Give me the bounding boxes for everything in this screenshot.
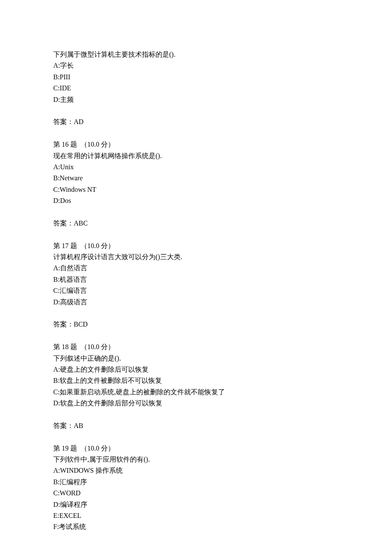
answer: 答案：AD — [53, 116, 339, 127]
question-stem: 下列软件中,属于应用软件的有(). — [53, 454, 339, 465]
question-stem: 计算机程序设计语言大致可以分为()三大类. — [53, 251, 339, 263]
question-stem: 下列叙述中正确的是(). — [53, 353, 339, 364]
option-c: C:WORD — [53, 488, 339, 499]
question-18: 第 18 题 （10.0 分） 下列叙述中正确的是(). A:硬盘上的文件删除后… — [53, 341, 339, 431]
spacer — [53, 330, 339, 341]
option-c: C:IDE — [53, 83, 339, 94]
question-19: 第 19 题 （10.0 分） 下列软件中,属于应用软件的有(). A:WIND… — [53, 443, 339, 533]
answer: 答案：ABC — [53, 218, 339, 229]
question-16: 第 16 题 （10.0 分） 现在常用的计算机网络操作系统是(). A:Uni… — [53, 139, 339, 229]
question-header: 第 19 题 （10.0 分） — [53, 443, 339, 454]
option-d: D:Dos — [53, 195, 339, 206]
answer: 答案：BCD — [53, 319, 339, 330]
spacer — [53, 229, 339, 240]
document-page: 下列属于微型计算机主要技术指标的是(). A:字长 B:PIII C:IDE D… — [0, 0, 339, 533]
spacer — [53, 308, 339, 319]
question-header: 第 18 题 （10.0 分） — [53, 341, 339, 353]
option-b: B:汇编程序 — [53, 477, 339, 488]
option-b: B:机器语言 — [53, 274, 339, 285]
spacer — [53, 431, 339, 442]
option-e: E:EXCEL — [53, 510, 339, 521]
question-stem: 现在常用的计算机网络操作系统是(). — [53, 150, 339, 162]
option-b: B:PIII — [53, 72, 339, 83]
option-c: C:如果重新启动系统,硬盘上的被删除的文件就不能恢复了 — [53, 387, 339, 398]
spacer — [53, 206, 339, 217]
option-b: B:软盘上的文件被删除后不可以恢复 — [53, 375, 339, 386]
option-d: D:软盘上的文件删除后部分可以恢复 — [53, 398, 339, 409]
option-a: A:自然语言 — [53, 263, 339, 274]
option-d: D:编译程序 — [53, 499, 339, 510]
spacer — [53, 409, 339, 420]
option-b: B:Netware — [53, 173, 339, 184]
answer: 答案：AB — [53, 420, 339, 431]
option-c: C:汇编语言 — [53, 285, 339, 296]
spacer — [53, 105, 339, 116]
question-stem: 下列属于微型计算机主要技术指标的是(). — [53, 49, 339, 60]
question-17: 第 17 题 （10.0 分） 计算机程序设计语言大致可以分为()三大类. A:… — [53, 240, 339, 330]
option-f: F:考试系统 — [53, 521, 339, 532]
option-a: A:硬盘上的文件删除后可以恢复 — [53, 364, 339, 375]
option-a: A:WINDOWS 操作系统 — [53, 465, 339, 476]
option-a: A:Unix — [53, 162, 339, 173]
spacer — [53, 128, 339, 139]
option-d: D:主频 — [53, 94, 339, 105]
option-a: A:字长 — [53, 60, 339, 71]
question-header: 第 16 题 （10.0 分） — [53, 139, 339, 150]
option-c: C:Windows NT — [53, 184, 339, 195]
question-header: 第 17 题 （10.0 分） — [53, 240, 339, 251]
question-15: 下列属于微型计算机主要技术指标的是(). A:字长 B:PIII C:IDE D… — [53, 49, 339, 128]
option-d: D:高级语言 — [53, 297, 339, 308]
